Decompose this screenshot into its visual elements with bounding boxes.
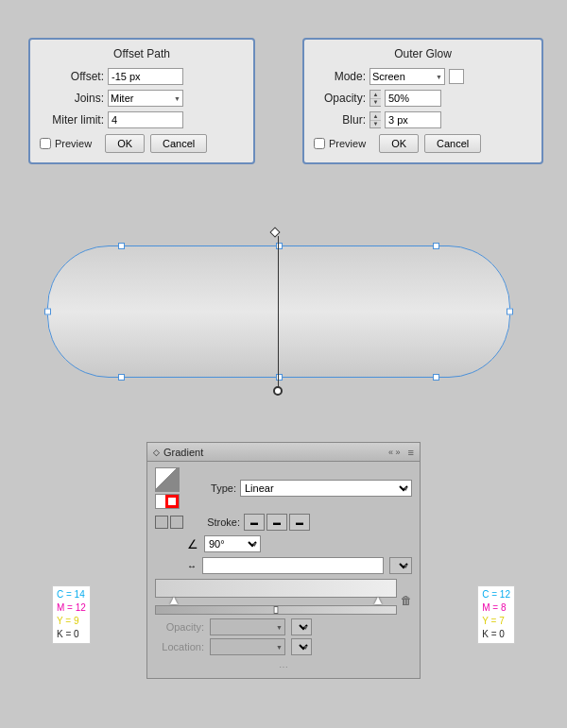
opacity-unit-select[interactable]: ▼ bbox=[291, 618, 312, 635]
type-select[interactable]: Linear Radial bbox=[240, 480, 412, 497]
handle-ml[interactable] bbox=[44, 309, 51, 315]
stroke-opt-1[interactable]: ▬ bbox=[244, 514, 265, 531]
angle-select[interactable]: 90° 0° 180° 45° bbox=[204, 535, 261, 552]
glow-color-swatch[interactable] bbox=[449, 69, 464, 84]
gradient-panel-close[interactable]: « » bbox=[388, 448, 401, 457]
gradient-title-left: ◇ Gradient bbox=[153, 447, 203, 458]
handle-br[interactable] bbox=[433, 374, 439, 381]
gradient-handle-bottom[interactable] bbox=[273, 386, 283, 396]
aspect-select[interactable]: ▼ bbox=[389, 557, 412, 574]
opacity-slider-thumb[interactable] bbox=[274, 606, 279, 614]
aspect-row: ↔ ▼ bbox=[187, 557, 412, 574]
offset-cancel-button[interactable]: Cancel bbox=[150, 134, 207, 153]
aspect-input[interactable] bbox=[202, 557, 384, 574]
location-unit-wrapper[interactable]: ▼ bbox=[291, 638, 312, 655]
panel-resize-handle[interactable]: ⋯ bbox=[155, 658, 412, 672]
miter-limit-label: Miter limit: bbox=[40, 113, 104, 127]
opacity-label: Opacity: bbox=[314, 92, 366, 105]
gradient-stop-right[interactable] bbox=[374, 597, 382, 604]
mode-select[interactable]: Screen Normal Multiply Overlay bbox=[369, 68, 445, 85]
location-field-input[interactable] bbox=[210, 638, 285, 655]
gradient-bar-wrapper bbox=[155, 579, 397, 617]
stroke-icon-2 bbox=[170, 516, 183, 529]
color-right-m: M = 8 bbox=[482, 601, 510, 615]
opacity-field-wrapper[interactable] bbox=[210, 618, 285, 635]
gradient-title-right: « » ≡ bbox=[388, 447, 414, 458]
offset-row: Offset: bbox=[40, 68, 244, 85]
color-right-k: K = 0 bbox=[482, 628, 510, 641]
type-row: Type: Linear Radial bbox=[155, 467, 412, 509]
joins-select-wrapper[interactable]: Miter Round Bevel bbox=[108, 90, 183, 107]
angle-icon: ∠ bbox=[187, 537, 198, 551]
canvas-area bbox=[28, 217, 539, 425]
color-box-left: C = 14 M = 12 Y = 9 K = 0 bbox=[52, 585, 91, 644]
handle-tl[interactable] bbox=[118, 243, 125, 249]
gradient-panel-menu[interactable]: ≡ bbox=[408, 447, 414, 458]
blur-spinner[interactable]: ▲ ▼ bbox=[369, 111, 381, 128]
gradient-opacity-slider[interactable] bbox=[155, 605, 397, 615]
opacity-down[interactable]: ▼ bbox=[370, 99, 381, 107]
opacity-field-input[interactable] bbox=[210, 618, 285, 635]
stroke-label: Stroke: bbox=[191, 516, 240, 528]
opacity-field-label: Opacity: bbox=[155, 621, 204, 633]
glow-ok-button[interactable]: OK bbox=[379, 134, 419, 153]
opacity-spinner[interactable]: ▲ ▼ bbox=[369, 90, 381, 107]
gradient-stop-left[interactable] bbox=[170, 597, 178, 604]
blur-down[interactable]: ▼ bbox=[370, 121, 381, 128]
aspect-select-wrapper[interactable]: ▼ bbox=[389, 557, 412, 574]
gradient-bar-container: 🗑 bbox=[155, 579, 412, 617]
stroke-row: Stroke: ▬ ▬ ▬ bbox=[155, 514, 412, 531]
miter-limit-input[interactable] bbox=[108, 111, 183, 128]
offset-input[interactable] bbox=[108, 68, 183, 85]
stroke-icon-1 bbox=[155, 516, 168, 529]
blur-input[interactable] bbox=[385, 111, 441, 128]
angle-select-wrapper[interactable]: 90° 0° 180° 45° bbox=[204, 535, 261, 552]
color-left-m: M = 12 bbox=[57, 601, 86, 615]
joins-label: Joins: bbox=[40, 92, 104, 105]
gradient-bar[interactable] bbox=[155, 579, 397, 598]
color-left-y: Y = 9 bbox=[57, 615, 86, 628]
color-box-right: C = 12 M = 8 Y = 7 K = 0 bbox=[477, 585, 515, 644]
pill-shape[interactable] bbox=[47, 245, 510, 378]
opacity-unit-wrapper[interactable]: ▼ bbox=[291, 618, 312, 635]
blur-label: Blur: bbox=[314, 113, 366, 127]
gradient-stroke-preview[interactable] bbox=[155, 494, 180, 509]
type-select-wrapper[interactable]: Linear Radial bbox=[240, 480, 412, 497]
stroke-opt-2[interactable]: ▬ bbox=[266, 514, 287, 531]
offset-footer: Preview OK Cancel bbox=[40, 134, 244, 153]
glow-preview-label[interactable]: Preview bbox=[314, 138, 366, 149]
glow-cancel-button[interactable]: Cancel bbox=[424, 134, 481, 153]
offset-preview-label[interactable]: Preview bbox=[40, 138, 92, 149]
delete-stop-button[interactable]: 🗑 bbox=[401, 594, 412, 607]
gradient-fill-swatch[interactable] bbox=[155, 467, 180, 492]
blur-up[interactable]: ▲ bbox=[370, 112, 381, 121]
miter-limit-row: Miter limit: bbox=[40, 111, 244, 128]
offset-ok-button[interactable]: OK bbox=[105, 134, 145, 153]
color-right-c: C = 12 bbox=[482, 588, 510, 601]
opacity-up[interactable]: ▲ bbox=[370, 91, 381, 99]
handle-tr[interactable] bbox=[433, 243, 439, 249]
color-left-c: C = 14 bbox=[57, 588, 86, 601]
outer-glow-title: Outer Glow bbox=[314, 47, 532, 60]
blur-row: Blur: ▲ ▼ bbox=[314, 111, 532, 128]
offset-preview-checkbox[interactable] bbox=[40, 138, 51, 149]
aspect-icon: ↔ bbox=[187, 561, 197, 571]
handle-mr[interactable] bbox=[507, 309, 513, 315]
opacity-row: Opacity: ▲ ▼ bbox=[314, 90, 532, 107]
offset-path-title: Offset Path bbox=[40, 47, 244, 60]
glow-preview-checkbox[interactable] bbox=[314, 138, 325, 149]
stroke-opt-3[interactable]: ▬ bbox=[289, 514, 310, 531]
gradient-collapse-icon[interactable]: ◇ bbox=[153, 448, 160, 457]
mode-select-wrapper[interactable]: Screen Normal Multiply Overlay bbox=[369, 68, 445, 85]
color-right-y: Y = 7 bbox=[482, 615, 510, 628]
color-left-k: K = 0 bbox=[57, 628, 86, 641]
location-unit-select[interactable]: ▼ bbox=[291, 638, 312, 655]
opacity-input[interactable] bbox=[385, 90, 441, 107]
location-field-wrapper[interactable] bbox=[210, 638, 285, 655]
mode-row: Mode: Screen Normal Multiply Overlay bbox=[314, 68, 532, 85]
location-field-label: Location: bbox=[155, 641, 204, 652]
gradient-line bbox=[278, 236, 279, 387]
handle-bl[interactable] bbox=[118, 374, 125, 381]
gradient-body: Type: Linear Radial Stroke: ▬ ▬ ▬ bbox=[147, 462, 420, 678]
joins-select[interactable]: Miter Round Bevel bbox=[108, 90, 183, 107]
